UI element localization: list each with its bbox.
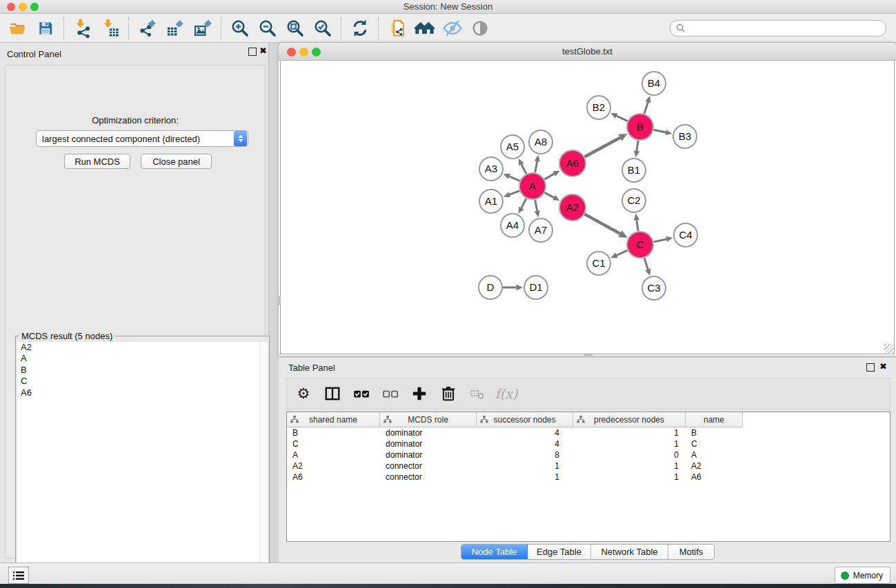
delete-columns-icon[interactable]: [439, 384, 458, 403]
table-cell[interactable]: B: [287, 427, 380, 438]
network-canvas[interactable]: AA1A2A3A4A5A6A7A8BB1B2B3B4CC1C2C3C4DD1: [280, 61, 895, 354]
result-scrollbar[interactable]: [259, 342, 268, 573]
mcds-result-list[interactable]: A2ABCA6: [17, 342, 268, 573]
graph-edge[interactable]: [637, 141, 638, 151]
home-icon[interactable]: [411, 17, 439, 40]
graph-edge[interactable]: [509, 176, 519, 181]
table-row[interactable]: A2connector11A2: [287, 460, 890, 472]
table-float-panel-icon[interactable]: [866, 363, 875, 372]
zoom-in-icon[interactable]: [226, 17, 254, 40]
column-header-MCDS-role[interactable]: MCDS role: [380, 412, 477, 427]
result-list-item[interactable]: A6: [17, 387, 268, 398]
column-header-name[interactable]: name: [686, 412, 743, 427]
zoom-out-icon[interactable]: [254, 17, 281, 40]
table-cell[interactable]: C: [686, 438, 743, 449]
table-cell[interactable]: 0: [573, 449, 686, 460]
resize-grip-icon[interactable]: [884, 344, 893, 353]
table-cell[interactable]: 1: [477, 460, 573, 472]
eye-slash-icon[interactable]: [439, 17, 466, 40]
import-table-icon[interactable]: [97, 17, 124, 40]
graph-edge[interactable]: [585, 214, 621, 234]
table-cell[interactable]: 4: [477, 438, 573, 449]
table-cell[interactable]: connector: [380, 472, 477, 483]
close-panel-button[interactable]: Close panel: [141, 154, 212, 169]
function-builder-icon[interactable]: f(x): [497, 384, 516, 403]
float-panel-icon[interactable]: [248, 48, 257, 56]
vertical-splitter-handle[interactable]: [278, 296, 281, 305]
import-network-icon[interactable]: [69, 17, 97, 40]
export-table-icon[interactable]: [161, 17, 189, 40]
graph-edge[interactable]: [617, 250, 628, 255]
select-all-icon[interactable]: [352, 384, 371, 403]
column-header-predecessor-nodes[interactable]: predecessor nodes: [573, 412, 686, 427]
graph-edge[interactable]: [644, 258, 648, 270]
tab-edge-table[interactable]: Edge Table: [528, 545, 591, 559]
graph-edge[interactable]: [535, 200, 537, 211]
export-network-icon[interactable]: [134, 17, 161, 40]
tab-motifs[interactable]: Motifs: [668, 545, 714, 559]
table-cell[interactable]: A6: [686, 472, 743, 483]
table-row[interactable]: Cdominator41C: [287, 438, 890, 449]
table-cell[interactable]: C: [287, 438, 380, 449]
table-row[interactable]: A6connector11A6: [287, 472, 890, 483]
zoom-fit-icon[interactable]: [281, 17, 309, 40]
table-cell[interactable]: 4: [477, 427, 573, 438]
optimization-criterion-select[interactable]: largest connected component (directed): [36, 130, 248, 147]
create-network-view-icon[interactable]: [384, 17, 411, 40]
table-cell[interactable]: A6: [287, 472, 380, 483]
table-row[interactable]: Bdominator41B: [287, 427, 890, 438]
graph-edge[interactable]: [510, 191, 519, 194]
result-list-item[interactable]: A: [17, 353, 268, 364]
graph-edge[interactable]: [585, 138, 620, 157]
graph-edge[interactable]: [544, 174, 554, 179]
zoom-selected-icon[interactable]: [309, 17, 337, 40]
result-list-item[interactable]: B: [17, 365, 268, 376]
table-cell[interactable]: A2: [287, 460, 380, 472]
deselect-all-icon[interactable]: [381, 384, 400, 403]
table-cell[interactable]: 1: [573, 438, 686, 449]
network-window-titlebar[interactable]: testGlobe.txt: [279, 43, 896, 61]
table-cell[interactable]: B: [686, 427, 743, 438]
graph-edge[interactable]: [535, 161, 537, 172]
add-column-icon[interactable]: [410, 384, 429, 403]
graph-edge[interactable]: [617, 116, 628, 121]
memory-button[interactable]: Memory: [835, 567, 890, 584]
table-cell[interactable]: dominator: [380, 449, 477, 460]
open-file-icon[interactable]: [4, 17, 32, 40]
table-row[interactable]: Adominator80A: [287, 449, 890, 460]
table-cell[interactable]: A: [686, 449, 743, 460]
show-columns-icon[interactable]: [323, 384, 342, 403]
tab-network-table[interactable]: Network Table: [591, 545, 668, 559]
result-list-item[interactable]: A2: [17, 342, 268, 353]
table-cell[interactable]: 1: [573, 460, 686, 472]
graph-edge[interactable]: [521, 199, 526, 208]
network-graph[interactable]: AA1A2A3A4A5A6A7A8BB1B2B3B4CC1C2C3C4DD1: [281, 61, 894, 353]
export-image-icon[interactable]: [189, 17, 217, 40]
table-cell[interactable]: connector: [380, 460, 477, 472]
graph-edge[interactable]: [545, 192, 554, 197]
graph-edge[interactable]: [521, 164, 526, 174]
table-cell[interactable]: 1: [477, 472, 573, 483]
graph-edge[interactable]: [644, 102, 648, 114]
table-close-panel-icon[interactable]: ✖: [879, 361, 887, 372]
table-cell[interactable]: dominator: [380, 438, 477, 449]
graph-edge[interactable]: [637, 220, 638, 231]
search-field[interactable]: [670, 20, 886, 37]
tab-node-table[interactable]: Node Table: [461, 545, 528, 559]
graph-edge[interactable]: [654, 239, 667, 242]
eye-icon[interactable]: [466, 17, 494, 40]
table-cell[interactable]: A: [287, 449, 380, 460]
table-cell[interactable]: dominator: [380, 427, 477, 438]
task-history-button[interactable]: [8, 567, 29, 584]
run-mcds-button[interactable]: Run MCDS: [64, 154, 130, 169]
column-header-shared-name[interactable]: shared name: [287, 412, 380, 427]
settings-icon[interactable]: ⚙: [294, 384, 313, 403]
save-session-icon[interactable]: [32, 17, 59, 40]
close-panel-icon[interactable]: ✖: [259, 45, 267, 56]
table-cell[interactable]: 1: [573, 427, 686, 438]
horizontal-splitter-handle[interactable]: [584, 354, 593, 357]
table-cell[interactable]: 8: [477, 449, 573, 460]
table-cell[interactable]: A2: [686, 460, 743, 472]
table-cell[interactable]: 1: [573, 472, 686, 483]
refresh-icon[interactable]: [346, 17, 374, 40]
